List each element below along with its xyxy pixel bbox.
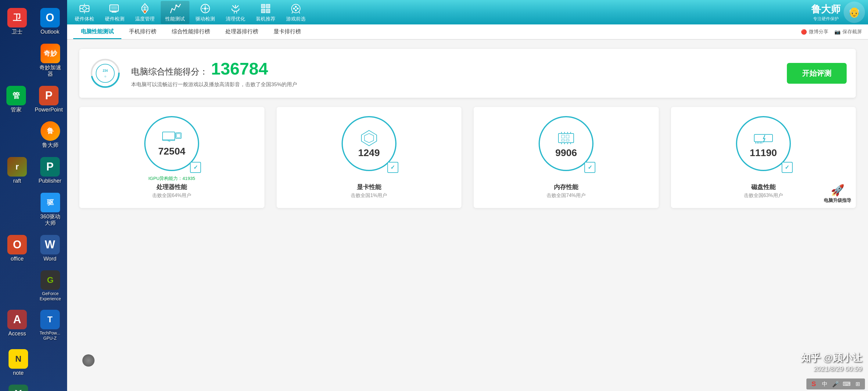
install-icon <box>259 2 272 15</box>
desktop-icon-publisher[interactable]: P Publisher <box>36 155 64 186</box>
tab-pc-test[interactable]: 电脑性能测试 <box>73 24 121 39</box>
bottom-circle-btn[interactable] <box>82 354 95 367</box>
upgrade-section: 🚀 电脑升级指导 <box>824 184 851 203</box>
desktop-icon-techpow[interactable]: T TechPow... GPU-Z <box>36 308 64 343</box>
gpu-circle: 1249 ✓ <box>342 116 397 171</box>
tab-gpu-rank[interactable]: 显卡排行榜 <box>266 24 309 39</box>
svg-rect-19 <box>261 4 265 8</box>
hardware-check-icon <box>79 2 91 15</box>
disk-rank: 击败全国63%用户 <box>744 192 783 199</box>
desktop-icon-weishield[interactable]: 卫 卫士 <box>3 6 31 37</box>
svg-point-13 <box>143 10 146 13</box>
svg-point-32 <box>96 64 114 82</box>
tray-grid-icon[interactable]: ⊞ <box>854 380 862 388</box>
desktop-icon-craft[interactable]: r raft <box>3 155 31 186</box>
svg-rect-59 <box>566 140 569 141</box>
toolbar-clean-opt[interactable]: 清理优化 <box>221 1 250 24</box>
desktop-icon-excel[interactable]: X Excel <box>3 383 34 391</box>
cpu-rank: 击败全国64%用户 <box>152 192 191 199</box>
toolbar-temp-manage[interactable]: 温度管理 <box>130 1 159 24</box>
toolbar-game-opt[interactable]: 游戏前选 <box>281 1 310 24</box>
disk-score: 11190 <box>750 147 777 159</box>
svg-rect-22 <box>266 9 270 13</box>
game-icon <box>290 2 302 15</box>
clean-icon <box>229 2 242 15</box>
desktop-icon-access[interactable]: A Access <box>3 308 31 343</box>
svg-text:234: 234 <box>103 69 108 73</box>
svg-point-23 <box>291 4 300 13</box>
cpu-check-badge: ✓ <box>190 162 201 173</box>
memory-label: 内存性能 <box>554 183 578 191</box>
tray-zh-icon[interactable]: 中 <box>820 380 829 388</box>
svg-point-1 <box>83 7 86 10</box>
toolbar-perf-test[interactable]: 性能测试 <box>161 1 189 24</box>
tab-phone-rank[interactable]: 手机排行榜 <box>121 24 164 39</box>
perf-test-icon <box>169 2 181 15</box>
desktop-icon-word[interactable]: W Word <box>36 233 64 264</box>
desktop-icon-ludashi[interactable]: 鲁 鲁大师 <box>37 119 64 150</box>
score-header: 234 ⊙ 电脑综合性能得分： 136784 本电脑可以流畅运行一般游戏以及播放… <box>79 49 856 98</box>
memory-circle: 9906 ✓ <box>538 116 593 171</box>
temp-icon <box>139 2 151 15</box>
cpu-label: 处理器性能 <box>156 183 187 191</box>
desktop-icon-office[interactable]: O office <box>3 233 31 264</box>
svg-marker-46 <box>365 134 374 143</box>
svg-point-26 <box>295 6 297 8</box>
tray-keyboard-icon[interactable]: ⌨ <box>842 380 851 388</box>
disk-circle: 11190 ✓ <box>736 116 791 171</box>
watermark: 知乎 @顾小让 2021/8/29 00:59 <box>801 351 862 373</box>
disk-check-badge: ✓ <box>782 162 793 173</box>
tray-mic-icon[interactable]: 🎤 <box>831 380 840 388</box>
gpu-score: 1249 <box>358 147 380 159</box>
gpu-label: 显卡性能 <box>357 183 381 191</box>
score-info: 电脑综合性能得分： 136784 本电脑可以流畅运行一般游戏以及播放高清影音，击… <box>131 59 778 88</box>
system-tray: S 中 🎤 ⌨ ⊞ <box>806 379 865 389</box>
mascot-icon: 👴 <box>844 2 865 23</box>
performance-cards: 72504 ✓ IGPU异构能力：41935 处理器性能 击败全国64%用户 <box>79 107 856 208</box>
save-screenshot-btn[interactable]: 📷 保存截屏 <box>834 29 862 35</box>
main-content: 234 ⊙ 电脑综合性能得分： 136784 本电脑可以流畅运行一般游戏以及播放… <box>67 40 868 391</box>
svg-rect-58 <box>561 140 564 141</box>
brand-sub: 专注硬件保护 <box>813 16 839 22</box>
desktop-icon-guanjia[interactable]: 管 管家 <box>3 84 29 115</box>
svg-rect-56 <box>561 135 564 138</box>
gpu-check-badge: ✓ <box>388 162 398 173</box>
desktop-icon-powerpoint[interactable]: P PowerPoint <box>34 84 64 115</box>
desktop-icon-note[interactable]: N note <box>3 347 34 379</box>
svg-point-16 <box>204 7 207 10</box>
weibo-icon: 🔴 <box>801 29 807 35</box>
cpu-circle: 72504 ✓ <box>144 116 199 171</box>
watermark-date: 2021/8/29 00:59 <box>801 365 862 373</box>
desktop-icon-geforce[interactable]: G GeForce Experience <box>37 269 64 303</box>
desktop-icon-driver360[interactable]: 驱 360驱动大师 <box>37 191 64 228</box>
gpu-card: 1249 ✓ 显卡性能 击败全国1%用户 <box>277 107 462 208</box>
memory-score: 9906 <box>555 147 577 159</box>
brand-name: 鲁大师 <box>811 3 841 16</box>
toolbar-install-rec[interactable]: 装机推荐 <box>251 1 280 24</box>
watermark-text: 知乎 @顾小让 <box>801 351 862 365</box>
nav-tabs: 电脑性能测试 手机排行榜 综合性能排行榜 处理器排行榜 显卡排行榜 🔴 微博分享… <box>67 24 868 40</box>
tray-s-icon[interactable]: S <box>809 380 818 388</box>
share-btn[interactable]: 🔴 微博分享 <box>801 29 828 35</box>
toolbar-hardware-detect[interactable]: 硬件检测 <box>100 1 129 24</box>
desktop-icon-qimiao[interactable]: 奇妙 奇妙加速器 <box>37 42 64 79</box>
toolbar-driver-detect[interactable]: 驱动检测 <box>191 1 220 24</box>
score-gauge: 234 ⊙ <box>88 57 122 90</box>
svg-marker-45 <box>362 131 377 146</box>
brand-area: 鲁大师 专注硬件保护 👴 <box>811 2 865 23</box>
svg-point-24 <box>293 8 295 9</box>
disk-label: 磁盘性能 <box>751 183 776 191</box>
svg-point-27 <box>295 9 297 11</box>
svg-point-25 <box>297 8 299 9</box>
nav-right-actions: 🔴 微博分享 📷 保存截屏 <box>801 29 862 35</box>
svg-line-28 <box>292 11 293 13</box>
gpu-rank: 击败全国1%用户 <box>351 192 387 199</box>
toolbar: 硬件体检 硬件检测 <box>67 0 868 24</box>
tab-overall-rank[interactable]: 综合性能排行榜 <box>164 24 218 39</box>
disk-card: 11190 ✓ 磁盘性能 击败全国63%用户 🚀 电脑升级指导 <box>671 107 856 208</box>
score-value: 136784 <box>211 59 268 79</box>
toolbar-hardware-check[interactable]: 硬件体检 <box>70 1 99 24</box>
tab-cpu-rank[interactable]: 处理器排行榜 <box>218 24 266 39</box>
start-evaluation-btn[interactable]: 开始评测 <box>787 63 847 84</box>
desktop-icon-outlook[interactable]: O Outlook <box>36 6 64 37</box>
